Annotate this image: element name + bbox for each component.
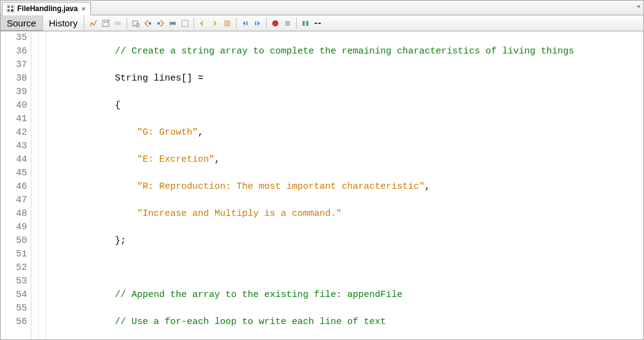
organize-icon[interactable] — [222, 18, 233, 29]
disabled-icon — [112, 18, 124, 29]
svg-rect-23 — [318, 23, 321, 24]
code-string: "G: Growth" — [137, 127, 198, 138]
svg-rect-21 — [306, 21, 308, 26]
toolbar-separator — [296, 18, 297, 29]
fold-gutter[interactable] — [31, 31, 39, 339]
code-content[interactable]: // Create a string array to complete the… — [46, 31, 643, 339]
line-number: 39 — [1, 85, 27, 99]
toggle-highlight-icon[interactable] — [167, 18, 178, 29]
code-comment: // Append the array to the existing file… — [115, 290, 402, 300]
code-text: String lines[] = — [115, 73, 203, 84]
code-string: "E: Excretion" — [137, 154, 214, 165]
line-number: 36 — [1, 45, 27, 58]
next-bookmark-icon[interactable] — [252, 18, 263, 29]
line-number: 50 — [1, 234, 27, 248]
code-comment: // Create a string array to complete the… — [115, 46, 574, 57]
code-string: "R: Reproduction: The most important cha… — [137, 181, 425, 192]
svg-rect-12 — [157, 22, 160, 25]
line-number: 42 — [1, 126, 27, 140]
line-number: 53 — [1, 275, 27, 288]
line-number: 45 — [1, 167, 27, 180]
svg-rect-17 — [255, 22, 256, 25]
svg-rect-16 — [246, 22, 248, 25]
find-next-icon[interactable] — [155, 18, 166, 29]
editor-area[interactable]: 3536373839404142434445464748495051525354… — [1, 31, 643, 339]
toolbar-separator — [194, 18, 194, 29]
toolbar-separator — [127, 18, 127, 29]
line-number: 56 — [1, 315, 27, 329]
editor-toolbar — [84, 18, 323, 29]
code-text: }; — [115, 235, 126, 246]
line-number: 41 — [1, 113, 27, 126]
line-number: 43 — [1, 140, 27, 153]
line-number: 38 — [1, 72, 27, 85]
history-view-tab[interactable]: History — [43, 15, 85, 31]
line-number: 44 — [1, 153, 27, 167]
java-file-icon — [6, 4, 15, 13]
line-number: 51 — [1, 248, 27, 261]
svg-rect-6 — [104, 22, 105, 23]
members-icon[interactable] — [100, 18, 111, 29]
toolbar-separator — [236, 18, 237, 29]
record-macro-icon[interactable] — [270, 18, 281, 29]
stop-macro-icon[interactable] — [282, 18, 293, 29]
find-prev-icon[interactable] — [143, 18, 154, 29]
svg-point-18 — [272, 20, 278, 26]
file-tab-label: FileHandling.java — [17, 4, 78, 13]
source-view-tab[interactable]: Source — [1, 15, 43, 31]
line-number: 49 — [1, 221, 27, 234]
fold-gutter-inner[interactable] — [39, 31, 46, 339]
close-tab-icon[interactable]: × — [80, 5, 87, 12]
line-number: 52 — [1, 261, 27, 275]
svg-rect-4 — [11, 9, 14, 12]
find-selection-icon[interactable] — [130, 18, 141, 29]
toolbar-separator — [266, 18, 267, 29]
file-tab[interactable]: FileHandling.java × — [2, 2, 91, 15]
last-edit-icon[interactable] — [88, 18, 99, 29]
svg-rect-14 — [182, 20, 188, 26]
svg-rect-3 — [7, 9, 10, 12]
window-scroll-left-icon[interactable]: ◂ — [637, 2, 640, 9]
line-number: 48 — [1, 207, 27, 221]
svg-rect-7 — [106, 22, 108, 23]
svg-rect-11 — [149, 22, 151, 25]
svg-rect-19 — [285, 21, 290, 26]
line-number: 46 — [1, 180, 27, 194]
line-number: 35 — [1, 31, 27, 45]
line-number: 37 — [1, 58, 27, 72]
svg-rect-20 — [302, 21, 305, 26]
svg-rect-8 — [115, 22, 121, 25]
shift-left-icon[interactable] — [197, 18, 208, 29]
code-text: { — [115, 100, 120, 111]
editor-sub-bar: Source History — [1, 15, 643, 31]
svg-rect-2 — [11, 6, 14, 8]
prev-bookmark-icon[interactable] — [240, 18, 251, 29]
selection-icon[interactable] — [179, 18, 190, 29]
tab-bar: FileHandling.java × ◂ — [1, 1, 643, 15]
svg-rect-22 — [315, 23, 317, 24]
line-number: 54 — [1, 288, 27, 302]
svg-rect-1 — [7, 6, 10, 8]
shift-right-icon[interactable] — [210, 18, 221, 29]
code-comment: // Use a for-each loop to write each lin… — [115, 317, 386, 327]
code-string: "Increase and Multiply is a command." — [137, 208, 342, 219]
comment-icon[interactable] — [312, 18, 323, 29]
line-number-gutter: 3536373839404142434445464748495051525354… — [1, 31, 31, 339]
line-number: 47 — [1, 194, 27, 207]
line-number: 55 — [1, 302, 27, 315]
svg-rect-5 — [103, 20, 109, 26]
diff-icon[interactable] — [300, 18, 311, 29]
line-number: 40 — [1, 99, 27, 113]
